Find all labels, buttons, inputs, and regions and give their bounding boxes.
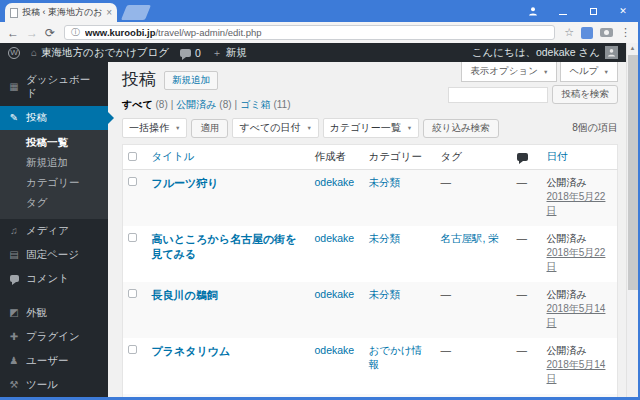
category-link[interactable]: おでかけ情報 [369, 344, 422, 370]
bookmark-star-icon[interactable]: ☆ [564, 26, 574, 39]
browser-toolbar: ← → ⟳ ⓘ www.kuroobi.jp/travel/wp-admin/e… [0, 22, 638, 43]
posts-submenu: 投稿一覧 新規追加 カテゴリー タグ [0, 130, 108, 219]
site-name: 東海地方のおでかけブログ [41, 46, 169, 60]
bulk-action-select[interactable]: 一括操作 ▼ [122, 118, 187, 138]
post-title-link[interactable]: フルーツ狩り [152, 177, 219, 189]
post-title-link[interactable]: 長良川の鵜飼 [152, 289, 218, 301]
search-box-row: 投稿を検索 [448, 85, 618, 104]
add-new-button[interactable]: 新規追加 [164, 71, 218, 90]
profile-icon[interactable] [518, 0, 548, 22]
maximize-button[interactable] [578, 0, 608, 22]
forward-icon[interactable]: → [26, 27, 38, 39]
filter-trash-link[interactable]: ゴミ箱 (11) [240, 99, 290, 110]
media-icon: ♫ [8, 226, 20, 236]
category-filter-select[interactable]: カテゴリー一覧 ▼ [323, 118, 419, 138]
address-bar[interactable]: ⓘ www.kuroobi.jp/travel/wp-admin/edit.ph… [64, 25, 555, 40]
page-favicon-icon [10, 8, 18, 18]
dashboard-icon: ▦ [8, 82, 20, 92]
chevron-down-icon: ▼ [543, 69, 548, 75]
sidebar-item-tools[interactable]: ⚒ ツール [0, 373, 108, 397]
tags-empty: — [441, 288, 452, 300]
row-checkbox[interactable] [128, 345, 137, 354]
post-title-link[interactable]: プラネタリウム [152, 345, 231, 357]
comments-shortcut[interactable]: 0 [180, 47, 201, 59]
search-posts-button[interactable]: 投稿を検索 [552, 85, 618, 104]
post-status: 公開済み [547, 176, 613, 190]
category-link[interactable]: 未分類 [369, 232, 401, 244]
comments-empty: — [517, 176, 528, 188]
wordpress-logo-icon[interactable]: W [8, 47, 20, 59]
post-date: 2018年5月14日 [547, 359, 606, 384]
category-link[interactable]: 未分類 [369, 288, 401, 300]
column-category: カテゴリー [364, 145, 436, 170]
submenu-item-tags[interactable]: タグ [0, 193, 108, 213]
site-menu[interactable]: ⌂ 東海地方のおでかけブログ [31, 46, 169, 60]
author-link[interactable]: odekake [315, 288, 355, 300]
scroll-up-icon[interactable]: ▲ [627, 43, 638, 54]
screenshot-extension-icon[interactable] [600, 28, 613, 37]
author-link[interactable]: odekake [315, 344, 355, 356]
row-checkbox[interactable] [128, 289, 137, 298]
minimize-button[interactable] [548, 0, 578, 22]
post-date: 2018年5月22日 [547, 191, 606, 216]
author-link[interactable]: odekake [315, 176, 355, 188]
sidebar-item-posts[interactable]: ✎ 投稿 [0, 106, 108, 130]
sidebar-item-pages[interactable]: ▤ 固定ページ [0, 243, 108, 267]
new-content-menu[interactable]: ＋ 新規 [212, 46, 247, 60]
row-checkbox[interactable] [128, 233, 137, 242]
author-link[interactable]: odekake [315, 232, 355, 244]
select-all-checkbox[interactable] [128, 152, 137, 161]
post-title-link[interactable]: 高いところから名古屋の街を見てみる [152, 233, 297, 260]
avatar [605, 46, 618, 59]
wp-admin-bar: W ⌂ 東海地方のおでかけブログ 0 ＋ 新規 こんにちは、odekake さん [0, 43, 626, 62]
category-link[interactable]: 未分類 [369, 176, 401, 188]
tab-title: 投稿 ‹ 東海地方のおでかけ [22, 6, 102, 19]
page-info-icon[interactable]: ⓘ [71, 26, 80, 39]
close-button[interactable]: ✕ [608, 0, 638, 22]
posts-table: タイトル 作成者 カテゴリー タグ 日付 フルーツ狩り odekake 未分類 [122, 144, 618, 397]
back-icon[interactable]: ← [7, 27, 19, 39]
sidebar-item-plugins[interactable]: ✚ プラグイン [0, 325, 108, 349]
screen-options-button[interactable]: 表示オプション ▼ [461, 62, 557, 82]
page-title: 投稿 [122, 70, 156, 90]
browser-menu-icon[interactable]: ⋮ [620, 26, 631, 39]
home-icon: ⌂ [31, 48, 37, 58]
table-nav: 一括操作 ▼ 適用 すべての日付 ▼ カテゴリー一覧 ▼ 絞り込み検索 8個の項… [122, 118, 618, 138]
chevron-down-icon: ▼ [604, 69, 609, 75]
filter-published-link[interactable]: 公開済み (8) [176, 99, 231, 110]
search-input[interactable] [448, 87, 548, 103]
account-menu[interactable]: こんにちは、odekake さん [472, 46, 618, 60]
submenu-item-add-new[interactable]: 新規追加 [0, 153, 108, 173]
browser-tab[interactable]: 投稿 ‹ 東海地方のおでかけ × [5, 3, 117, 22]
plugins-icon: ✚ [8, 332, 20, 342]
column-tags: タグ [436, 145, 512, 170]
filter-all-link[interactable]: すべて (8) [122, 99, 168, 110]
extension-icon[interactable] [581, 27, 593, 39]
comments-icon [8, 274, 20, 284]
sidebar-item-comments[interactable]: コメント [0, 267, 108, 291]
submenu-item-all-posts[interactable]: 投稿一覧 [0, 133, 108, 153]
scrollbar[interactable]: ▲ [626, 43, 638, 397]
new-tab-button[interactable] [121, 5, 151, 20]
refresh-icon[interactable]: ⟳ [45, 27, 55, 39]
column-date[interactable]: 日付 [542, 145, 618, 170]
sidebar-item-dashboard[interactable]: ▦ ダッシュボード [0, 68, 108, 106]
date-filter-select[interactable]: すべての日付 ▼ [232, 118, 318, 138]
row-checkbox[interactable] [128, 177, 137, 186]
submenu-item-categories[interactable]: カテゴリー [0, 173, 108, 193]
tab-close-icon[interactable]: × [106, 8, 112, 18]
apply-button[interactable]: 適用 [191, 119, 228, 138]
table-row: 高いところから名古屋の街を見てみる odekake 未分類 名古屋駅, 栄 — … [123, 226, 618, 282]
column-title[interactable]: タイトル [147, 145, 310, 170]
tag-link[interactable]: 名古屋駅, 栄 [441, 232, 499, 244]
table-header-row: タイトル 作成者 カテゴリー タグ 日付 [123, 145, 618, 170]
tab-strip: 投稿 ‹ 東海地方のおでかけ × ✕ [0, 0, 638, 22]
table-row: プラネタリウム odekake おでかけ情報 — — 公開済み2018年5月14… [123, 338, 618, 394]
scrollbar-thumb[interactable] [628, 55, 638, 290]
help-button[interactable]: ヘルプ ▼ [560, 62, 618, 82]
filter-button[interactable]: 絞り込み検索 [423, 119, 498, 138]
sidebar-item-users[interactable]: ♟ ユーザー [0, 349, 108, 373]
sidebar-item-media[interactable]: ♫ メディア [0, 219, 108, 243]
appearance-icon: ◩ [8, 308, 20, 318]
sidebar-item-appearance[interactable]: ◩ 外観 [0, 301, 108, 325]
